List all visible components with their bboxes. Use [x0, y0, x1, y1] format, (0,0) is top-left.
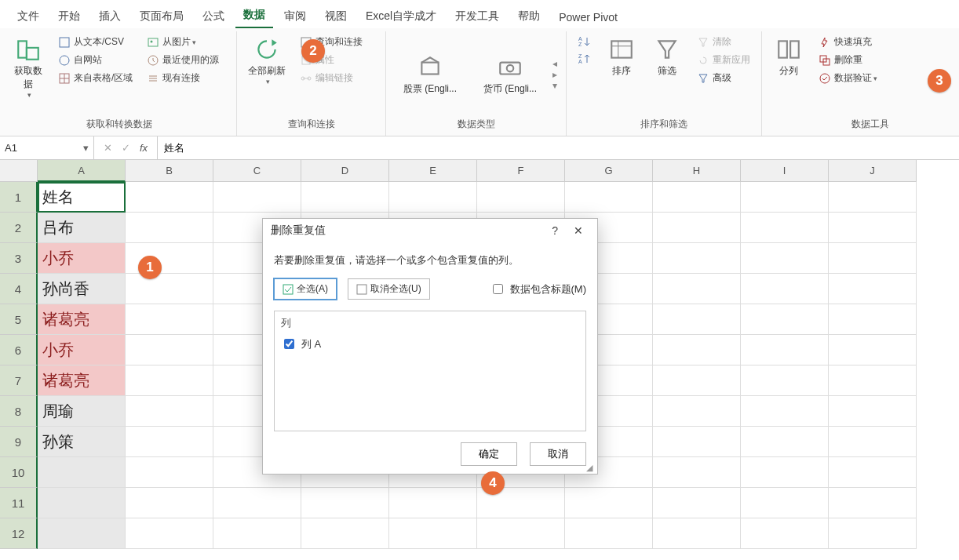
cell[interactable] [126, 365, 213, 396]
chevron-left-icon[interactable]: ◂ [552, 58, 557, 69]
cell[interactable] [741, 365, 829, 396]
cell[interactable] [653, 365, 741, 396]
col-head-B[interactable]: B [126, 160, 213, 182]
cell[interactable]: 小乔 [38, 335, 126, 365]
cell[interactable] [213, 518, 301, 549]
cell[interactable] [741, 488, 829, 518]
row-head[interactable]: 7 [0, 365, 38, 396]
cell[interactable] [741, 457, 829, 488]
cell[interactable] [389, 518, 477, 549]
cell[interactable] [829, 518, 917, 549]
cancel-button[interactable]: 取消 [530, 442, 586, 466]
cell[interactable] [653, 518, 741, 549]
cell[interactable] [653, 335, 741, 365]
cell[interactable] [565, 488, 653, 518]
expand-icon[interactable]: ▾ [552, 80, 557, 91]
row-head[interactable]: 11 [0, 488, 38, 518]
cell[interactable] [301, 182, 389, 213]
cell[interactable] [741, 335, 829, 365]
cell[interactable] [126, 335, 213, 365]
tab-data[interactable]: 数据 [235, 5, 273, 28]
cell[interactable] [126, 182, 213, 213]
cell[interactable] [741, 427, 829, 457]
tab-power-pivot[interactable]: Power Pivot [551, 8, 625, 28]
row-head[interactable]: 9 [0, 427, 38, 457]
row-head[interactable]: 12 [0, 518, 38, 549]
cell[interactable] [477, 182, 565, 213]
sort-button[interactable]: 排序 [601, 33, 642, 81]
sort-asc-button[interactable]: AZ [573, 33, 598, 50]
cell[interactable] [741, 274, 829, 304]
cell[interactable] [126, 488, 213, 518]
cell[interactable] [829, 182, 917, 213]
column-checkbox[interactable] [284, 339, 294, 349]
cell[interactable] [126, 457, 213, 488]
cell[interactable] [741, 243, 829, 274]
cell[interactable] [829, 274, 917, 304]
cell[interactable]: 诸葛亮 [38, 304, 126, 335]
cell[interactable] [653, 457, 741, 488]
col-head-C[interactable]: C [213, 160, 301, 182]
cell[interactable] [38, 518, 126, 549]
cell[interactable] [389, 488, 477, 518]
cell[interactable] [565, 518, 653, 549]
cell[interactable] [829, 304, 917, 335]
cell[interactable] [653, 243, 741, 274]
col-head-I[interactable]: I [741, 160, 829, 182]
fx-icon[interactable]: fx [135, 142, 152, 154]
cell[interactable] [213, 182, 301, 213]
cell[interactable] [477, 518, 565, 549]
cell[interactable]: 孙尚香 [38, 274, 126, 304]
cell[interactable] [829, 427, 917, 457]
cell[interactable] [829, 396, 917, 427]
row-head[interactable]: 6 [0, 335, 38, 365]
cell[interactable] [829, 457, 917, 488]
close-icon[interactable]: ✕ [567, 224, 589, 237]
cell[interactable] [126, 274, 213, 304]
cell[interactable] [741, 213, 829, 243]
cell[interactable] [653, 213, 741, 243]
cell[interactable]: 周瑜 [38, 396, 126, 427]
list-item[interactable]: 列 A [281, 335, 579, 353]
data-has-header-checkbox[interactable] [493, 284, 503, 294]
row-head[interactable]: 3 [0, 243, 38, 274]
chevron-right-icon[interactable]: ▸ [552, 69, 557, 80]
cell[interactable] [829, 213, 917, 243]
flash-fill-button[interactable]: 快速填充 [814, 33, 882, 51]
cell[interactable] [565, 182, 653, 213]
cell[interactable] [38, 457, 126, 488]
filter-button[interactable]: 筛选 [647, 33, 687, 81]
columns-list[interactable]: 列 列 A [274, 311, 586, 431]
sort-desc-button[interactable]: ZA [573, 50, 598, 67]
cell[interactable] [126, 396, 213, 427]
tab-file[interactable]: 文件 [9, 6, 47, 28]
cell[interactable]: 吕布 [38, 213, 126, 243]
cell[interactable] [653, 304, 741, 335]
cell[interactable] [213, 488, 301, 518]
cell[interactable] [653, 396, 741, 427]
from-picture-button[interactable]: 从图片 ▾ [142, 33, 224, 51]
tab-home[interactable]: 开始 [50, 6, 88, 28]
cell[interactable] [829, 488, 917, 518]
cell[interactable] [741, 304, 829, 335]
tab-formulas[interactable]: 公式 [195, 6, 232, 28]
advanced-filter-button[interactable]: 高级 [692, 69, 755, 87]
get-data-button[interactable]: 获取数 据 ▾ [8, 33, 49, 102]
cell[interactable] [829, 335, 917, 365]
tab-self-learn[interactable]: Excel自学成才 [358, 6, 444, 28]
cell[interactable] [301, 488, 389, 518]
col-head-G[interactable]: G [565, 160, 653, 182]
currency-button[interactable]: 货币 (Engli... [472, 51, 548, 99]
cell[interactable] [741, 518, 829, 549]
tab-layout[interactable]: 页面布局 [132, 6, 191, 28]
row-head[interactable]: 8 [0, 396, 38, 427]
row-head[interactable]: 5 [0, 304, 38, 335]
tab-developer[interactable]: 开发工具 [447, 6, 507, 28]
data-validation-button[interactable]: 数据验证 ▾ [814, 69, 882, 87]
text-to-columns-button[interactable]: 分列 [768, 33, 809, 81]
tab-help[interactable]: 帮助 [510, 6, 548, 28]
deselect-all-button[interactable]: 取消全选(U) [348, 278, 430, 300]
cell[interactable] [126, 213, 213, 243]
col-head-F[interactable]: F [477, 160, 565, 182]
cell[interactable]: 姓名 [38, 182, 126, 213]
